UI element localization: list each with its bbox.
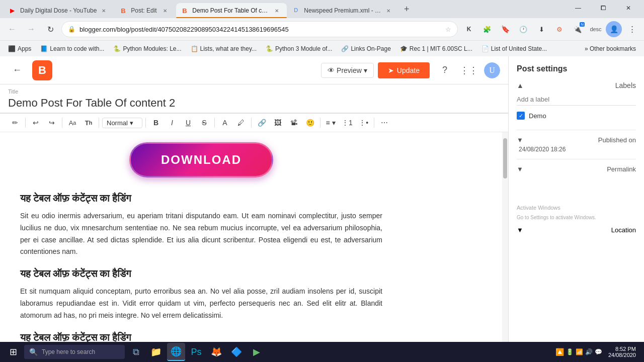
labels-section-header[interactable]: ▲ Labels bbox=[517, 81, 636, 89]
content-scrollbar[interactable] bbox=[502, 132, 508, 362]
close-button[interactable]: ✕ bbox=[617, 1, 640, 16]
taskbar-time[interactable]: 8:52 PM 24/08/2020 bbox=[604, 345, 640, 359]
bookmarks-more-button[interactable]: » Other bookmarks bbox=[581, 43, 640, 54]
post-settings-title: Post settings bbox=[517, 64, 636, 73]
align-button[interactable]: ≡ ▾ bbox=[324, 116, 338, 130]
published-title: Published on bbox=[598, 136, 636, 144]
taskbar-photoshop[interactable]: Ps bbox=[187, 343, 205, 361]
help-button[interactable]: ? bbox=[436, 61, 454, 79]
preview-button[interactable]: 👁 Preview ▾ bbox=[321, 63, 374, 78]
bold-button[interactable]: B bbox=[149, 116, 163, 130]
desc-icon[interactable]: desc bbox=[588, 21, 604, 37]
emoji-button[interactable]: 🙂 bbox=[303, 116, 317, 130]
taskbar-app-6[interactable]: 🔷 bbox=[227, 343, 246, 361]
font-color-button[interactable]: A bbox=[218, 116, 232, 130]
image-button[interactable]: 🖼 bbox=[271, 116, 285, 130]
bookmark-python-modules[interactable]: 🐍 Python Modules: Le... bbox=[109, 43, 185, 54]
tray-icon-2[interactable]: 🔋 bbox=[566, 348, 574, 355]
add-label-input[interactable] bbox=[517, 94, 636, 106]
forward-button[interactable]: → bbox=[23, 21, 39, 37]
heading-button[interactable]: Th bbox=[82, 116, 96, 130]
post-title-input[interactable] bbox=[8, 97, 500, 113]
published-header[interactable]: ▼ Published on bbox=[517, 136, 636, 144]
tab-youtube[interactable]: ▶ Daily Digital Dose - YouTube ✕ bbox=[4, 3, 114, 18]
italic-button[interactable]: I bbox=[165, 116, 179, 130]
tab-demo-post-close[interactable]: ✕ bbox=[273, 7, 281, 15]
bookmark-star-icon[interactable]: ☆ bbox=[445, 26, 451, 33]
tray-icon-notification[interactable]: 💬 bbox=[595, 348, 602, 355]
unordered-list-button[interactable]: ⋮• bbox=[357, 116, 371, 130]
apps-grid-button[interactable]: ⋮⋮ bbox=[460, 61, 478, 79]
location-chevron-icon: ▼ bbox=[517, 226, 523, 234]
extensions-icon[interactable]: 🧩 bbox=[479, 21, 495, 37]
redo-button[interactable]: ↪ bbox=[45, 116, 59, 130]
link-button[interactable]: 🔗 bbox=[255, 116, 269, 130]
bookmark-list-united[interactable]: 📄 List of United State... bbox=[477, 43, 551, 54]
bookmark-rec1-mit[interactable]: 🎓 Rec 1 | MIT 6.00SC L... bbox=[396, 43, 476, 54]
tray-icon-network[interactable]: 📶 bbox=[576, 348, 583, 355]
tray-icon-1[interactable]: 🔼 bbox=[555, 348, 564, 356]
tab-newspeed[interactable]: D Newspeed Premium.xml - Goog... ✕ bbox=[288, 3, 398, 18]
highlight-button[interactable]: 🖊 bbox=[234, 116, 248, 130]
taskbar-file-explorer[interactable]: 📁 bbox=[147, 343, 165, 361]
profile-avatar[interactable]: 👤 bbox=[606, 21, 622, 37]
user-avatar[interactable] bbox=[484, 62, 500, 78]
refresh-button[interactable]: ↻ bbox=[42, 21, 58, 37]
preview-label: Preview bbox=[337, 66, 362, 74]
extension2-icon[interactable]: ⚙ bbox=[551, 21, 568, 37]
taskbar-chrome[interactable]: 🌐 bbox=[167, 343, 185, 361]
editor-inner[interactable]: DOWNLOAD यह टेबल ऑफ़ कंटेंट्स का हैडिंग … bbox=[0, 132, 413, 362]
taskbar-search[interactable]: 🔍 Type here to search bbox=[24, 345, 125, 359]
tab-post-edit-close[interactable]: ✕ bbox=[161, 7, 169, 15]
lock-icon: 🔒 bbox=[68, 26, 75, 33]
taskbar-search-icon: 🔍 bbox=[29, 348, 38, 356]
apps-icon: ⬛ bbox=[8, 45, 16, 52]
video-button[interactable]: 📽 bbox=[287, 116, 301, 130]
tab-youtube-close[interactable]: ✕ bbox=[100, 7, 108, 15]
ordered-list-button[interactable]: ⋮1 bbox=[340, 116, 355, 130]
new-tab-button[interactable]: + bbox=[399, 2, 414, 16]
taskbar-app-7[interactable]: ▶ bbox=[248, 343, 266, 361]
back-to-posts-button[interactable]: ← bbox=[8, 61, 26, 79]
download-icon[interactable]: ⬇ bbox=[533, 21, 549, 37]
bookmark-python3[interactable]: 🐍 Python 3 Module of... bbox=[262, 43, 336, 54]
bookmark-learn-to-code[interactable]: 📘 Learn to code with... bbox=[36, 43, 108, 54]
bookmark2-icon[interactable]: 🔖 bbox=[497, 21, 513, 37]
permalink-header[interactable]: ▼ Permalink bbox=[517, 165, 636, 173]
label-checkbox-demo[interactable]: ✓ bbox=[517, 112, 525, 120]
address-bar[interactable]: 🔒 ☆ bbox=[61, 21, 458, 37]
location-header[interactable]: ▼ Location bbox=[517, 226, 636, 234]
tab-demo-post[interactable]: B Demo Post For Table Of content ✕ bbox=[176, 3, 287, 18]
more-button[interactable]: ⋯ bbox=[377, 116, 391, 130]
underline-button[interactable]: U bbox=[181, 116, 195, 130]
tab-newspeed-close[interactable]: ✕ bbox=[384, 7, 392, 15]
links-favicon: 🔗 bbox=[341, 45, 349, 52]
history-icon[interactable]: 🕐 bbox=[515, 21, 531, 37]
start-button[interactable]: ⊞ bbox=[4, 343, 22, 361]
font-size-button[interactable]: Aa bbox=[65, 116, 79, 130]
chrome-menu-button[interactable]: ⋮ bbox=[624, 21, 640, 37]
undo-button[interactable]: ↩ bbox=[29, 116, 43, 130]
bookmark-apps[interactable]: ⬛ Apps bbox=[4, 43, 35, 54]
update-button[interactable]: ➤ Update bbox=[378, 62, 430, 78]
scroll-thumb[interactable] bbox=[503, 138, 507, 178]
tab-post-edit[interactable]: B Post: Edit ✕ bbox=[115, 3, 175, 18]
tab-bar: ▶ Daily Digital Dose - YouTube ✕ B Post:… bbox=[0, 0, 644, 18]
k-icon[interactable]: K bbox=[461, 21, 477, 37]
taskbar-firefox[interactable]: 🦊 bbox=[207, 343, 225, 361]
minimize-button[interactable]: — bbox=[567, 1, 590, 16]
address-input[interactable] bbox=[79, 26, 441, 33]
toolbar-separator-8 bbox=[374, 118, 374, 128]
strikethrough-button[interactable]: S bbox=[197, 116, 211, 130]
pencil-mode-button[interactable]: ✏ bbox=[8, 116, 22, 130]
preview-dropdown-icon: ▾ bbox=[364, 66, 367, 74]
back-button[interactable]: ← bbox=[4, 21, 20, 37]
taskbar-task-view[interactable]: ⧉ bbox=[127, 343, 145, 361]
learn-label: Learn to code with... bbox=[50, 45, 104, 52]
bookmark-lists[interactable]: 📋 Lists, what are they... bbox=[187, 43, 261, 54]
bookmark-links-on-page[interactable]: 🔗 Links On-Page bbox=[337, 43, 394, 54]
tray-icon-volume[interactable]: 🔊 bbox=[585, 348, 593, 355]
maximize-button[interactable]: ⧠ bbox=[592, 1, 615, 16]
new-extension-badge[interactable]: 🔌 N bbox=[570, 21, 586, 37]
format-dropdown[interactable]: Normal ▾ bbox=[102, 118, 142, 128]
